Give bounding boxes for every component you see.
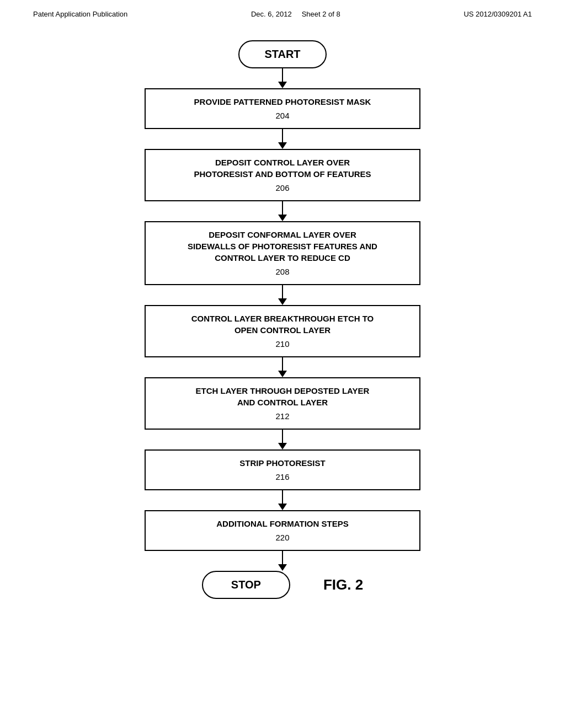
- fig-label: FIG. 2: [323, 576, 363, 593]
- step-210-box: CONTROL LAYER BREAKTHROUGH ETCH TOOPEN C…: [145, 305, 420, 357]
- arrow-line: [282, 490, 283, 504]
- step-208-text: DEPOSIT CONFORMAL LAYER OVERSIDEWALLS OF…: [157, 229, 408, 264]
- header-right: US 2012/0309201 A1: [463, 10, 532, 18]
- arrow-line: [282, 285, 283, 298]
- diagram-container: START PROVIDE PATTERNED PHOTORESIST MASK…: [0, 24, 565, 599]
- step-212-box: ETCH LAYER THROUGH DEPOSTED LAYERAND CON…: [145, 377, 420, 430]
- step-220-text: ADDITIONAL FORMATION STEPS: [157, 518, 408, 529]
- arrow-2: [278, 129, 287, 149]
- step-206-number: 206: [157, 182, 408, 194]
- arrow-line: [282, 129, 283, 142]
- arrow-3: [278, 201, 287, 221]
- arrow-8: [278, 551, 287, 571]
- step-208-number: 208: [157, 266, 408, 277]
- step-210-number: 210: [157, 338, 408, 350]
- arrow-line: [282, 551, 283, 564]
- step-206-text: DEPOSIT CONTROL LAYER OVERPHOTORESIST AN…: [157, 157, 408, 180]
- step-216-number: 216: [157, 471, 408, 483]
- arrow-line: [282, 68, 283, 82]
- arrow-line: [282, 430, 283, 443]
- arrow-5: [278, 357, 287, 377]
- stop-box: STOP: [202, 571, 290, 599]
- page-header: Patent Application Publication Dec. 6, 2…: [0, 0, 565, 24]
- header-left: Patent Application Publication: [33, 10, 127, 18]
- step-212-text: ETCH LAYER THROUGH DEPOSTED LAYERAND CON…: [157, 385, 408, 408]
- step-204-box: PROVIDE PATTERNED PHOTORESIST MASK 204: [145, 88, 420, 129]
- arrow-head: [278, 443, 287, 449]
- step-206-box: DEPOSIT CONTROL LAYER OVERPHOTORESIST AN…: [145, 149, 420, 201]
- arrow-head: [278, 504, 287, 510]
- arrow-6: [278, 430, 287, 449]
- arrow-4: [278, 285, 287, 305]
- arrow-1: [278, 68, 287, 88]
- header-sheet: Sheet 2 of 8: [302, 10, 340, 18]
- step-212-number: 212: [157, 410, 408, 422]
- arrow-line: [282, 201, 283, 215]
- header-date: Dec. 6, 2012: [251, 10, 292, 18]
- arrow-head: [278, 82, 287, 88]
- arrow-head: [278, 298, 287, 305]
- arrow-head: [278, 142, 287, 149]
- step-220-number: 220: [157, 532, 408, 543]
- arrow-head: [278, 215, 287, 221]
- header-center: Dec. 6, 2012 Sheet 2 of 8: [251, 10, 340, 18]
- step-204-number: 204: [157, 110, 408, 121]
- arrow-head: [278, 564, 287, 571]
- step-204-text: PROVIDE PATTERNED PHOTORESIST MASK: [157, 96, 408, 108]
- step-216-box: STRIP PHOTORESIST 216: [145, 449, 420, 490]
- flowchart: START PROVIDE PATTERNED PHOTORESIST MASK…: [145, 40, 420, 599]
- step-220-box: ADDITIONAL FORMATION STEPS 220: [145, 510, 420, 551]
- step-210-text: CONTROL LAYER BREAKTHROUGH ETCH TOOPEN C…: [157, 313, 408, 336]
- step-216-text: STRIP PHOTORESIST: [157, 457, 408, 469]
- arrow-head: [278, 371, 287, 377]
- start-box: START: [238, 40, 327, 68]
- arrow-line: [282, 357, 283, 371]
- step-208-box: DEPOSIT CONFORMAL LAYER OVERSIDEWALLS OF…: [145, 221, 420, 285]
- arrow-7: [278, 490, 287, 510]
